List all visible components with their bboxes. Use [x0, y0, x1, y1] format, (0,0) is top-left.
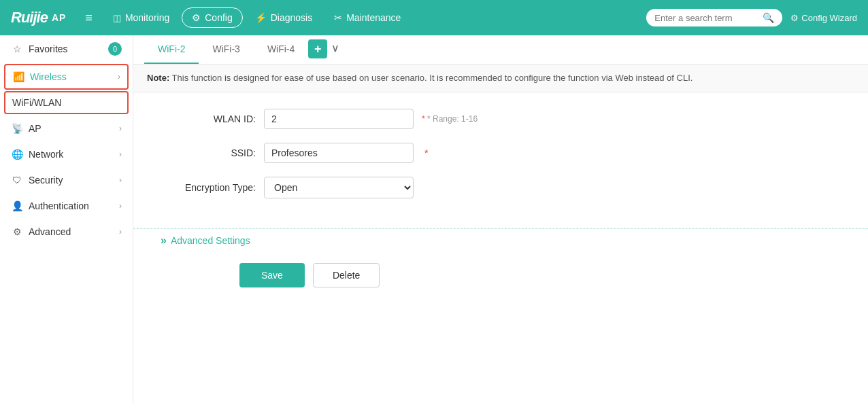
ssid-input[interactable] [264, 143, 414, 163]
wizard-icon: ⚙ [790, 13, 799, 23]
advanced-settings-label: Advanced Settings [171, 235, 250, 246]
tab-wifi3[interactable]: WiFi-3 [199, 35, 253, 64]
config-icon: ⚙ [192, 12, 201, 23]
network-icon: 🌐 [11, 148, 23, 160]
sidebar-item-wifi-wlan[interactable]: WiFi/WLAN [4, 91, 129, 114]
nav-item-maintenance[interactable]: ✂ Maintenance [324, 8, 410, 27]
favorites-icon: ☆ [11, 43, 23, 55]
nav-monitoring-label: Monitoring [125, 12, 169, 23]
tabs-bar: WiFi-2 WiFi-3 WiFi-4 + ∨ [133, 35, 868, 65]
sidebar-item-network[interactable]: 🌐 Network › [0, 141, 133, 167]
ssid-row: SSID: * [161, 143, 841, 163]
more-tabs-button[interactable]: ∨ [327, 36, 344, 60]
nav-item-diagnosis[interactable]: ⚡ Diagnosis [246, 8, 322, 27]
form-body: WLAN ID: * * Range: 1-16 SSID: * Encrypt… [133, 92, 868, 228]
auth-chevron-icon: › [119, 201, 122, 211]
advanced-chevron-icon: › [119, 227, 122, 236]
security-icon: 🛡 [11, 174, 23, 186]
sidebar-network-label: Network [29, 149, 63, 160]
nav-item-monitoring[interactable]: ◫ Monitoring [103, 8, 179, 27]
sidebar-wireless-section: 📶 Wireless › [4, 64, 129, 90]
advanced-icon: ⚙ [11, 226, 23, 238]
save-button[interactable]: Save [239, 263, 305, 287]
tab-wifi2[interactable]: WiFi-2 [144, 35, 199, 64]
button-row: Save Delete [133, 258, 868, 287]
hamburger-icon: ≡ [85, 11, 93, 24]
nav-items: ◫ Monitoring ⚙ Config ⚡ Diagnosis ✂ Main… [103, 7, 641, 28]
sidebar-item-ap[interactable]: 📡 AP › [0, 116, 133, 141]
encryption-select[interactable]: Open WPA2-PSK WPA3-SAE WPA2-Enterprise [264, 177, 414, 198]
sidebar-favorites-label: Favorites [29, 43, 68, 54]
ap-icon: 📡 [11, 122, 23, 135]
content-area: WiFi-2 WiFi-3 WiFi-4 + ∨ Note: This func… [133, 35, 868, 403]
encryption-label: Encryption Type: [161, 182, 256, 193]
tab-wifi4-label: WiFi-4 [267, 43, 295, 54]
wlan-required-star: * [422, 114, 425, 124]
sidebar-item-authentication[interactable]: 👤 Authentication › [0, 193, 133, 219]
add-tab-button[interactable]: + [308, 39, 327, 58]
plus-icon: + [314, 43, 322, 55]
auth-icon: 👤 [11, 200, 23, 212]
note-bar: Note: This function is designed for ease… [133, 65, 868, 92]
brand-product: AP [52, 12, 66, 23]
nav-maintenance-label: Maintenance [346, 12, 401, 23]
wlan-id-range: * Range: 1-16 [427, 114, 478, 124]
sidebar-authentication-label: Authentication [29, 200, 89, 211]
form-container: Note: This function is designed for ease… [133, 65, 868, 403]
brand-logo: Ruijie AP [11, 9, 66, 27]
top-navigation: Ruijie AP ≡ ◫ Monitoring ⚙ Config ⚡ Diag… [0, 0, 868, 35]
sidebar-security-label: Security [29, 175, 63, 186]
sidebar-toggle-button[interactable]: ≡ [80, 7, 98, 29]
wlan-id-input[interactable] [264, 109, 414, 129]
note-prefix: Note: [147, 73, 169, 83]
wlan-id-row: WLAN ID: * * Range: 1-16 [161, 109, 841, 129]
config-wizard-button[interactable]: ⚙ Config Wizard [790, 13, 857, 23]
config-wizard-label: Config Wizard [801, 13, 857, 23]
ssid-label: SSID: [161, 147, 256, 158]
tab-wifi3-label: WiFi-3 [212, 43, 239, 54]
sidebar: ☆ Favorites 0 📶 Wireless › WiFi/WLAN 📡 A… [0, 35, 133, 403]
nav-diagnosis-label: Diagnosis [271, 12, 312, 23]
sidebar-wifi-wlan-label: WiFi/WLAN [12, 97, 61, 108]
nav-config-label: Config [205, 12, 232, 23]
wireless-icon: 📶 [12, 71, 24, 83]
ap-chevron-icon: › [119, 124, 122, 133]
nav-item-config[interactable]: ⚙ Config [182, 7, 242, 28]
note-text: This function is designed for ease of us… [172, 73, 693, 83]
maintenance-icon: ✂ [334, 12, 342, 23]
sidebar-item-wireless[interactable]: 📶 Wireless › [5, 65, 127, 88]
brand-name: Ruijie [11, 9, 48, 27]
tab-wifi2-label: WiFi-2 [158, 43, 185, 54]
advanced-settings-toggle[interactable]: » Advanced Settings [133, 228, 868, 258]
delete-button[interactable]: Delete [313, 263, 380, 287]
ssid-required-star: * [424, 147, 428, 158]
tab-wifi4[interactable]: WiFi-4 [254, 35, 308, 64]
sidebar-wireless-label: Wireless [30, 71, 67, 82]
diagnosis-icon: ⚡ [255, 12, 267, 23]
main-layout: ☆ Favorites 0 📶 Wireless › WiFi/WLAN 📡 A… [0, 35, 868, 403]
security-chevron-icon: › [119, 175, 122, 185]
favorites-badge: 0 [108, 42, 122, 56]
wlan-id-label: WLAN ID: [161, 113, 256, 124]
search-icon: 🔍 [763, 12, 774, 23]
sidebar-advanced-label: Advanced [29, 226, 71, 237]
monitor-icon: ◫ [113, 13, 121, 23]
sidebar-ap-label: AP [29, 123, 41, 134]
encryption-type-row: Encryption Type: Open WPA2-PSK WPA3-SAE … [161, 177, 841, 198]
nav-right: 🔍 ⚙ Config Wizard [646, 9, 857, 27]
double-chevron-icon: » [161, 234, 167, 247]
search-box[interactable]: 🔍 [646, 9, 782, 27]
sidebar-item-security[interactable]: 🛡 Security › [0, 167, 133, 193]
chevron-down-icon: ∨ [331, 42, 339, 54]
wlan-id-hint: * * Range: 1-16 [422, 114, 478, 124]
sidebar-item-favorites[interactable]: ☆ Favorites 0 [0, 35, 133, 63]
network-chevron-icon: › [119, 150, 122, 159]
wireless-chevron-icon: › [118, 72, 120, 82]
sidebar-item-advanced[interactable]: ⚙ Advanced › [0, 219, 133, 245]
search-input[interactable] [654, 13, 758, 23]
